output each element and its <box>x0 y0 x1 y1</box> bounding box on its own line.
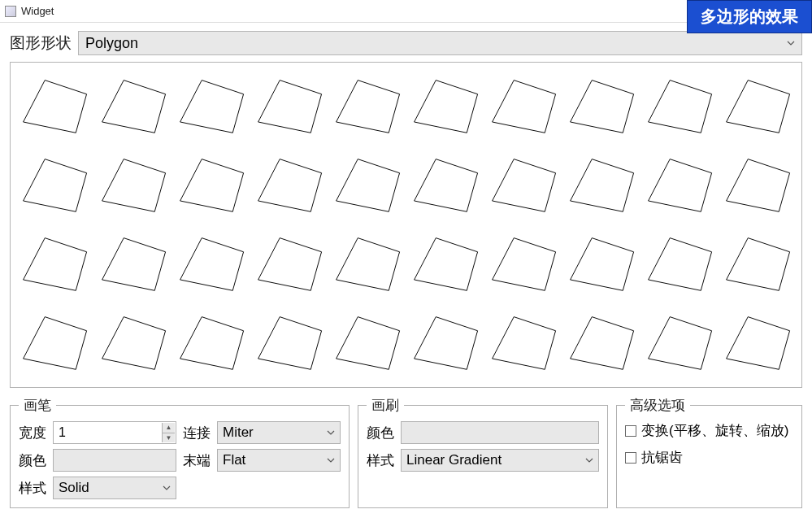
polygon-shape <box>406 303 484 382</box>
spin-up-button[interactable]: ▲ <box>162 423 175 433</box>
polygon-shape <box>250 225 328 304</box>
brush-style-select[interactable]: Linear Gradient <box>401 449 599 472</box>
polygon-shape <box>484 146 562 225</box>
polygon-shape <box>15 225 93 304</box>
shape-select-value: Polygon <box>85 35 138 52</box>
transform-label: 变换(平移、旋转、缩放) <box>641 421 788 440</box>
polygon-shape <box>328 303 406 382</box>
polygon-shape <box>15 67 93 146</box>
pen-join-select[interactable]: Miter <box>217 421 341 444</box>
brush-style-value: Linear Gradient <box>406 452 502 468</box>
polygon-shape <box>406 225 484 304</box>
polygon-shape <box>640 303 719 382</box>
polygon-shape <box>719 303 797 382</box>
brush-color-button[interactable] <box>401 421 599 444</box>
brush-style-label: 样式 <box>367 451 394 470</box>
polygon-shape <box>172 146 250 225</box>
polygon-shape <box>328 67 406 146</box>
brush-color-label: 颜色 <box>367 424 394 442</box>
brush-legend: 画刷 <box>367 396 404 415</box>
banner-label: 多边形的效果 <box>687 0 812 33</box>
pen-legend: 画笔 <box>19 396 56 415</box>
polygon-shape <box>406 146 484 225</box>
polygon-shape <box>93 67 172 146</box>
polygon-shape <box>172 303 250 382</box>
polygon-shape <box>93 146 172 225</box>
chevron-down-icon <box>585 456 593 464</box>
pen-width-value: 1 <box>59 425 66 440</box>
pen-color-label: 颜色 <box>19 451 46 470</box>
polygon-shape <box>93 225 172 304</box>
pen-cap-label: 末端 <box>183 451 211 470</box>
polygon-shape <box>640 67 719 146</box>
transform-checkbox[interactable] <box>625 425 636 437</box>
polygon-shape <box>250 303 328 382</box>
polygon-shape <box>562 146 640 225</box>
advanced-legend: 高级选项 <box>625 396 690 415</box>
pen-join-label: 连接 <box>183 424 211 442</box>
window-title: Widget <box>21 5 54 17</box>
polygon-shape <box>719 146 797 225</box>
app-icon <box>5 6 16 17</box>
pen-color-button[interactable] <box>53 449 176 472</box>
pen-join-value: Miter <box>223 424 254 441</box>
polygon-shape <box>719 67 797 146</box>
pen-style-select[interactable]: Solid <box>53 477 176 499</box>
pen-style-label: 样式 <box>19 479 46 498</box>
chevron-down-icon <box>163 484 171 492</box>
chevron-down-icon <box>327 429 335 437</box>
polygon-shape <box>93 303 172 382</box>
brush-group: 画刷 颜色 样式 Linear Gradient <box>358 396 608 508</box>
polygon-shape <box>328 146 406 225</box>
polygon-shape <box>719 225 797 304</box>
pen-width-input[interactable]: 1 ▲ ▼ <box>53 421 176 444</box>
pen-group: 画笔 宽度 1 ▲ ▼ 连接 Miter 颜色 末端 <box>10 396 350 508</box>
polygon-shape <box>250 67 328 146</box>
polygon-shape <box>250 146 328 225</box>
polygon-shape <box>640 146 719 225</box>
polygon-shape <box>640 225 719 304</box>
pen-cap-select[interactable]: Flat <box>217 449 341 472</box>
shape-select[interactable]: Polygon <box>78 31 802 55</box>
pen-cap-value: Flat <box>223 452 245 468</box>
polygon-shape <box>484 67 562 146</box>
polygon-shape <box>406 67 484 146</box>
polygon-shape <box>328 225 406 304</box>
pen-width-label: 宽度 <box>19 424 46 442</box>
antialias-checkbox[interactable] <box>625 452 636 464</box>
polygon-shape <box>562 67 640 146</box>
polygon-shape <box>172 67 250 146</box>
shape-label: 图形形状 <box>10 33 72 54</box>
render-area <box>10 62 802 388</box>
chevron-down-icon <box>787 39 795 47</box>
advanced-group: 高级选项 变换(平移、旋转、缩放) 抗锯齿 <box>616 396 802 508</box>
polygon-shape <box>15 303 93 382</box>
polygon-shape <box>562 225 640 304</box>
antialias-label: 抗锯齿 <box>641 448 683 467</box>
spin-down-button[interactable]: ▼ <box>162 433 175 443</box>
polygon-shape <box>15 146 93 225</box>
polygon-shape <box>172 225 250 304</box>
pen-style-value: Solid <box>59 480 89 496</box>
polygon-shape <box>484 303 562 382</box>
polygon-shape <box>484 225 562 304</box>
chevron-down-icon <box>327 456 335 464</box>
polygon-shape <box>562 303 640 382</box>
